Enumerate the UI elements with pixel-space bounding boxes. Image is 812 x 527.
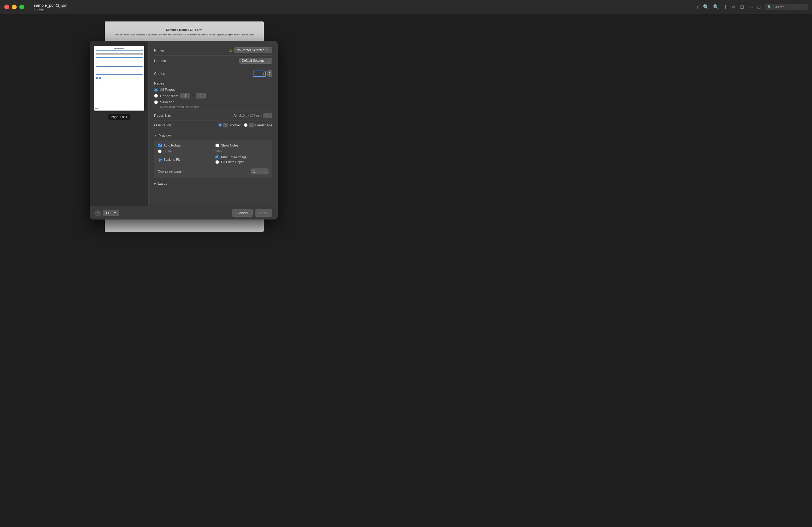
page-indicator: Page 1 of 1 — [108, 114, 130, 120]
pdf-button[interactable]: PDF ▼ — [103, 210, 119, 216]
preview-blue-bar-4 — [96, 74, 143, 75]
scale-to-fit-label: Scale to Fit: — [163, 158, 180, 162]
orientation-row: Orientation ▯ Portrait ▭ Landscape — [154, 120, 272, 130]
copies-stepper: ▲ ▼ — [267, 70, 272, 77]
copies-label: Copies — [154, 72, 165, 76]
bottom-left-actions: ? PDF ▼ — [95, 210, 119, 216]
preview-section-label: Preview — [158, 134, 171, 138]
titlebar: sample_pdf (1).pdf 1 page ↑ 🔍 🔍 ⬆ ✏ ⊞ ⋯ … — [0, 0, 812, 14]
printer-dropdown[interactable]: No Printer Selected ⌃⌄ — [234, 47, 272, 53]
auto-rotate-checkbox[interactable] — [158, 144, 162, 147]
titlebar-actions: ↑ 🔍 🔍 ⬆ ✏ ⊞ ⋯ □ 🔍 Search — [696, 4, 808, 10]
preview-radio-section: Radio Buttons (only one option can be se… — [96, 67, 143, 69]
scale-percent: 88% — [215, 149, 222, 153]
pages-section: Pages All Pages Range from to Selection … — [154, 79, 272, 111]
fill-entire-paper-radio[interactable] — [215, 160, 219, 164]
printer-row: Printer ⚠ No Printer Selected ⌃⌄ — [154, 45, 272, 56]
search-placeholder: Search — [773, 5, 784, 9]
portrait-radio[interactable] — [218, 123, 222, 127]
preview-section-header[interactable]: ▼ Preview — [154, 132, 272, 140]
file-info: sample_pdf (1).pdf 1 page — [34, 3, 68, 11]
show-notes-label: Show Notes — [221, 144, 238, 147]
cpp-label: Copies per page: — [158, 169, 182, 174]
presets-dropdown-arrow: ⌃⌄ — [265, 59, 270, 62]
range-inputs: to — [180, 93, 206, 99]
show-notes-row: Show Notes — [215, 144, 269, 147]
cancel-button[interactable]: Cancel — [232, 209, 253, 217]
preview-content: Sample Fillable PDF Form Fillable PDF fo… — [94, 46, 144, 81]
preview-section-content: Auto Rotate Show Notes Scale: 88% — [154, 140, 272, 178]
layout-section-header[interactable]: ▶ Layout — [154, 180, 272, 187]
print-entire-image-label: Print Entire Image — [221, 155, 247, 159]
preview-form-text: Fillable PDF forms can be customised to … — [96, 49, 143, 50]
portrait-icon: ▯ — [223, 123, 228, 127]
preview-input-name — [96, 53, 119, 54]
scale-to-fit-row: Scale to Fit: — [158, 155, 211, 164]
search-bar[interactable]: 🔍 Search — [765, 4, 808, 10]
print-entire-image-radio[interactable] — [215, 155, 219, 159]
landscape-option: ▭ Landscape — [244, 123, 272, 127]
bottom-right-actions: Cancel Print — [232, 209, 272, 217]
paper-size-label: Paper Size — [154, 114, 171, 118]
layout-label: Layout — [158, 181, 168, 185]
preview-chevron-icon: ▼ — [154, 134, 157, 137]
zoom-out-icon[interactable]: 🔍 — [703, 4, 709, 10]
orientation-label: Orientation — [154, 123, 171, 127]
sidebar-icon[interactable]: ⊞ — [740, 4, 744, 10]
print-button[interactable]: Print — [255, 209, 272, 217]
selection-radio[interactable] — [154, 100, 158, 104]
search-icon: 🔍 — [767, 5, 772, 9]
scale-to-fit-radio[interactable] — [158, 158, 162, 162]
zoom-in-icon[interactable]: 🔍 — [713, 4, 719, 10]
preview-blue-bar-3 — [96, 66, 143, 67]
share2-icon[interactable]: □ — [757, 4, 760, 10]
copies-increment[interactable]: ▲ — [268, 71, 272, 74]
copies-input[interactable] — [253, 71, 266, 77]
print-entire-image-row: Print Entire Image — [215, 155, 269, 159]
paper-size-dropdown[interactable]: ⌃⌄ — [263, 113, 272, 118]
more-icon[interactable]: ⋯ — [748, 4, 753, 10]
all-pages-radio[interactable] — [154, 88, 158, 91]
preview-input-row-1 — [96, 53, 143, 54]
close-button[interactable] — [4, 4, 9, 10]
fill-entire-paper-row: Fill Entire Paper — [215, 160, 269, 164]
preview-logo: BEATTIES — [95, 108, 99, 109]
print-settings: Printer ⚠ No Printer Selected ⌃⌄ Presets… — [149, 41, 278, 206]
range-row: Range from to — [154, 93, 272, 99]
range-label: Range from — [160, 94, 178, 98]
presets-dropdown[interactable]: Default Settings ⌃⌄ — [239, 58, 272, 64]
scale-row: Scale: — [158, 149, 211, 153]
preview-action-section: Buttons to prompt certain actions — [96, 76, 143, 76]
pdf-title: Sample Fillable PDF Form — [112, 28, 256, 32]
preview-personal-info: Personal Forms — [96, 52, 143, 52]
page-preview-panel: Sample Fillable PDF Form Fillable PDF fo… — [90, 41, 149, 206]
paper-dropdown-arrow: ⌃⌄ — [265, 114, 270, 117]
maximize-button[interactable] — [19, 4, 24, 10]
range-from-input[interactable] — [180, 93, 190, 99]
print-dialog: Sample Fillable PDF Form Fillable PDF fo… — [90, 41, 278, 220]
cpp-arrow-icon: ⌃⌄ — [262, 170, 267, 173]
range-to-input[interactable] — [196, 93, 206, 99]
minimize-button[interactable] — [12, 4, 17, 10]
paper-size-value: A4 210 by 297 mm ⌃⌄ — [233, 113, 272, 118]
copies-row: Copies ▲ ▼ — [154, 68, 272, 79]
copies-per-page-row: Copies per page: 1 ⌃⌄ — [158, 166, 269, 175]
show-notes-checkbox[interactable] — [215, 144, 219, 147]
auto-rotate-row: Auto Rotate — [158, 144, 211, 147]
portrait-label: Portrait — [229, 123, 241, 127]
preview-url: www.worldofprinting.com — [137, 109, 143, 109]
copies-decrement[interactable]: ▼ — [268, 74, 272, 76]
printer-value-group: ⚠ No Printer Selected ⌃⌄ — [229, 47, 272, 53]
share-icon[interactable]: ↑ — [696, 4, 699, 10]
selection-label: Selection — [160, 100, 174, 104]
range-radio[interactable] — [154, 94, 158, 98]
export-icon[interactable]: ⬆ — [723, 4, 727, 10]
cpp-select[interactable]: 1 ⌃⌄ — [251, 168, 269, 175]
help-button[interactable]: ? — [95, 210, 101, 216]
landscape-radio[interactable] — [244, 123, 248, 127]
portrait-option: ▯ Portrait — [218, 123, 241, 127]
pdf-button-arrow: ▼ — [114, 211, 116, 214]
scale-radio[interactable] — [158, 149, 162, 153]
annotate-icon[interactable]: ✏ — [732, 4, 736, 10]
copies-value-group: ▲ ▼ — [253, 70, 272, 77]
